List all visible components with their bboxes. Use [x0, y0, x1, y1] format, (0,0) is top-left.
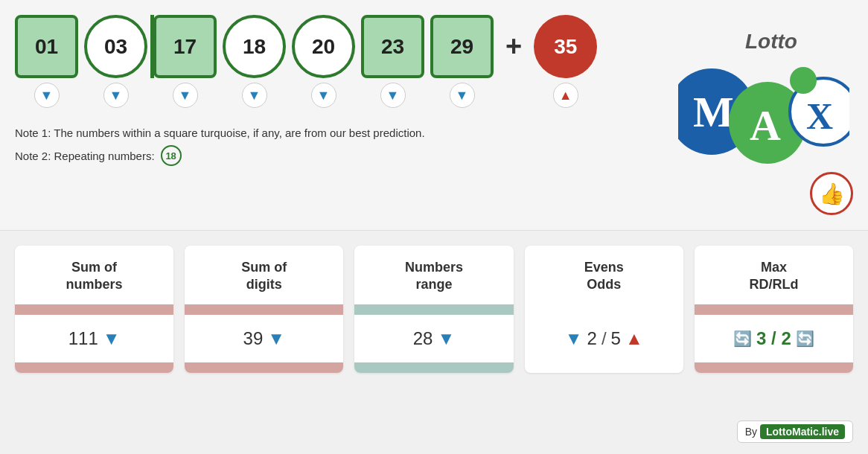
arrow-down-20[interactable]: ▼: [311, 83, 336, 108]
attribution-brand: LottoMatic.live: [760, 424, 845, 439]
stat-value-numbers-range: 28 ▼: [354, 315, 513, 362]
stat-bar-evens-bottom: [525, 362, 683, 373]
stat-value-sum-digits: 39 ▼: [185, 315, 343, 362]
ball-03-number: 03: [104, 35, 127, 59]
stat-bar-numbers-range-top: [354, 304, 513, 315]
svg-text:Lotto: Lotto: [745, 30, 797, 53]
arrow-down-01[interactable]: ▼: [34, 83, 60, 108]
stat-value-max-rd: 🔄 3 / 2 🔄: [695, 315, 853, 362]
stat-card-evens-odds: Evens Odds ▼ 2 / 5 ▲: [525, 246, 683, 373]
arrow-down-18[interactable]: ▼: [242, 83, 267, 108]
ball-01: 01: [15, 15, 78, 78]
svg-text:X: X: [806, 95, 833, 137]
arrow-down-sum-numbers: ▼: [103, 328, 121, 349]
stat-bar-sum-numbers-top: [15, 304, 173, 315]
top-section: 01 ▼ 03 ▼: [0, 0, 868, 231]
ball-18-number: 18: [243, 35, 266, 59]
arrow-down-17[interactable]: ▼: [173, 83, 198, 108]
attribution: By LottoMatic.live: [737, 421, 853, 443]
ball-17-number: 17: [173, 35, 197, 59]
svg-point-7: [790, 67, 817, 94]
logo-area: Lotto M A X: [674, 7, 853, 171]
arrow-up-odds: ▲: [625, 328, 643, 349]
stat-bar-max-rd-top: [695, 304, 853, 315]
stat-card-max-rd: Max RD/RLd 🔄 3 / 2 🔄: [695, 246, 853, 373]
stat-bar-sum-digits-bottom: [185, 362, 343, 373]
stat-card-numbers-range: Numbers range 28 ▼: [354, 246, 513, 373]
svg-text:M: M: [693, 88, 734, 136]
stat-header-sum-numbers: Sum of numbers: [15, 246, 173, 304]
ball-01-number: 01: [35, 35, 58, 59]
ball-20: 20: [292, 15, 355, 78]
stat-bar-sum-digits-top: [185, 304, 343, 315]
arrow-down-numbers-range: ▼: [437, 328, 455, 349]
stat-bar-sum-numbers-bottom: [15, 362, 173, 373]
stat-bar-numbers-range-bottom: [354, 362, 513, 373]
stat-header-max-rd: Max RD/RLd: [695, 246, 853, 304]
ball-29: 29: [430, 15, 494, 78]
refresh-left-icon: 🔄: [733, 330, 752, 348]
stat-bar-evens-top: [525, 304, 683, 315]
main-container: 01 ▼ 03 ▼: [0, 0, 868, 454]
arrow-down-evens: ▼: [565, 328, 583, 349]
lotto-max-logo: Lotto M A X: [678, 15, 849, 164]
arrow-down-23[interactable]: ▼: [380, 83, 406, 108]
bonus-ball-35: 35: [534, 15, 597, 78]
ball-17: 17: [153, 15, 217, 78]
ball-23-number: 23: [381, 35, 404, 59]
stat-card-sum-digits: Sum of digits 39 ▼: [185, 246, 343, 373]
stat-card-sum-numbers: Sum of numbers 111 ▼: [15, 246, 173, 373]
stat-value-evens-odds: ▼ 2 / 5 ▲: [525, 315, 683, 362]
thumbs-up-button[interactable]: 👍: [810, 172, 853, 215]
arrow-down-sum-digits: ▼: [267, 328, 285, 349]
stat-value-sum-numbers: 111 ▼: [15, 315, 173, 362]
stat-header-sum-digits: Sum of digits: [185, 246, 343, 304]
stat-bar-max-rd-bottom: [695, 362, 853, 373]
ball-29-number: 29: [450, 35, 473, 59]
bonus-ball-number: 35: [554, 35, 577, 59]
ball-18: 18: [223, 15, 286, 78]
ball-23: 23: [361, 15, 424, 78]
arrow-down-29[interactable]: ▼: [450, 83, 475, 108]
repeating-badge: 18: [161, 145, 182, 166]
arrow-down-03[interactable]: ▼: [103, 83, 129, 108]
attribution-by: By: [745, 426, 757, 438]
stat-header-numbers-range: Numbers range: [354, 246, 513, 304]
ball-03: 03: [84, 15, 147, 78]
refresh-right-icon: 🔄: [796, 330, 814, 348]
slash-evens-odds: /: [601, 328, 607, 349]
stat-header-evens-odds: Evens Odds: [525, 246, 683, 304]
svg-text:A: A: [750, 101, 781, 150]
plus-sign: +: [500, 31, 528, 92]
ball-20-number: 20: [312, 35, 335, 59]
stats-section: Sum of numbers 111 ▼ Sum of digits 39 ▼: [0, 231, 868, 388]
arrow-up-bonus[interactable]: ▲: [553, 83, 578, 108]
